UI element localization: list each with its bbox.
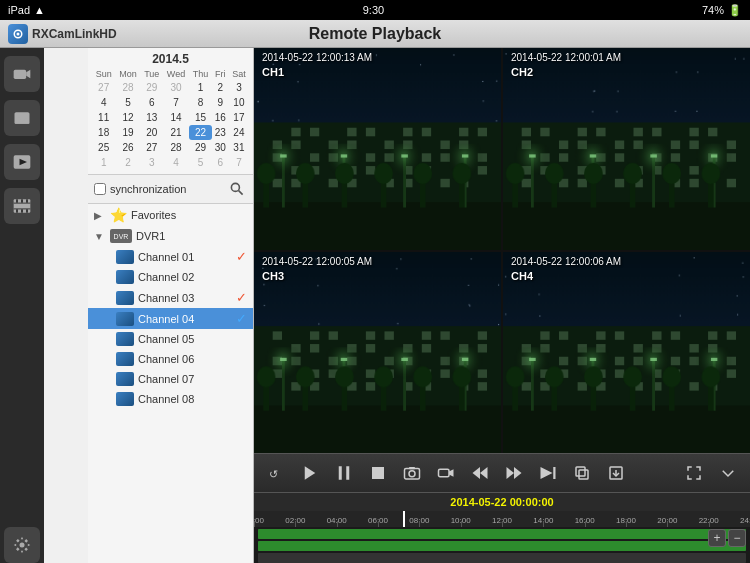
calendar-day[interactable]: 1 bbox=[189, 80, 212, 95]
calendar-day[interactable]: 19 bbox=[115, 125, 140, 140]
calendar-day[interactable]: 26 bbox=[115, 140, 140, 155]
fast-forward-button[interactable] bbox=[500, 459, 528, 487]
copy-button[interactable] bbox=[568, 459, 596, 487]
zoom-out-button[interactable]: − bbox=[728, 529, 746, 547]
calendar-day[interactable]: 31 bbox=[229, 140, 249, 155]
calendar-day[interactable]: 11 bbox=[92, 110, 115, 125]
tree-item-dvr[interactable]: ▼ DVR DVR1 bbox=[88, 226, 253, 246]
stop-button[interactable] bbox=[364, 459, 392, 487]
more-button[interactable] bbox=[714, 459, 742, 487]
channel-label: Channel 06 bbox=[138, 353, 194, 365]
calendar-day[interactable]: 5 bbox=[189, 155, 212, 170]
calendar-day[interactable]: 29 bbox=[189, 140, 212, 155]
calendar-weekday: Sun bbox=[92, 68, 115, 80]
calendar-day[interactable]: 12 bbox=[115, 110, 140, 125]
pause-button[interactable] bbox=[330, 459, 358, 487]
record-button[interactable] bbox=[432, 459, 460, 487]
channel-icon bbox=[116, 352, 134, 366]
calendar-day[interactable]: 5 bbox=[115, 95, 140, 110]
favorites-icon: ⭐ bbox=[110, 207, 127, 223]
skip-back-button[interactable]: ↺ bbox=[262, 459, 290, 487]
tree-item-channel-1[interactable]: Channel 01✓ bbox=[88, 246, 253, 267]
svg-rect-13 bbox=[21, 199, 23, 202]
timeline-track-2[interactable] bbox=[258, 541, 746, 551]
sidebar-icon-settings[interactable] bbox=[4, 527, 40, 563]
sidebar-icon-video2[interactable] bbox=[4, 144, 40, 180]
calendar-day[interactable]: 30 bbox=[212, 140, 229, 155]
video-ch-label-1: CH1 bbox=[262, 66, 284, 78]
battery-icon: 🔋 bbox=[728, 4, 742, 17]
tree-item-channel-3[interactable]: Channel 03✓ bbox=[88, 287, 253, 308]
calendar-day[interactable]: 27 bbox=[92, 80, 115, 95]
calendar-day[interactable]: 3 bbox=[141, 155, 163, 170]
calendar-day[interactable]: 7 bbox=[229, 155, 249, 170]
timeline-track-3[interactable] bbox=[258, 553, 746, 563]
calendar-day[interactable]: 16 bbox=[212, 110, 229, 125]
controls-bar: ↺ bbox=[254, 453, 750, 493]
calendar-day[interactable]: 27 bbox=[141, 140, 163, 155]
tree-item-channel-8[interactable]: Channel 08 bbox=[88, 389, 253, 409]
calendar-weekday: Mon bbox=[115, 68, 140, 80]
calendar-day[interactable]: 18 bbox=[92, 125, 115, 140]
svg-rect-17 bbox=[26, 209, 28, 212]
calendar-day[interactable]: 30 bbox=[163, 80, 189, 95]
calendar-day[interactable]: 13 bbox=[141, 110, 163, 125]
tree-item-channel-7[interactable]: Channel 07 bbox=[88, 369, 253, 389]
tree-item-channel-2[interactable]: Channel 02 bbox=[88, 267, 253, 287]
calendar-day[interactable]: 20 bbox=[141, 125, 163, 140]
timeline-tracks[interactable]: + − bbox=[254, 527, 750, 563]
calendar-body[interactable]: 2728293012345678910111213141516171819202… bbox=[92, 80, 249, 170]
calendar-day[interactable]: 24 bbox=[229, 125, 249, 140]
calendar-day[interactable]: 28 bbox=[115, 80, 140, 95]
calendar-day[interactable]: 10 bbox=[229, 95, 249, 110]
tree-item-channel-6[interactable]: Channel 06 bbox=[88, 349, 253, 369]
tree-item-channel-5[interactable]: Channel 05 bbox=[88, 329, 253, 349]
main-layout: 2014.5 SunMonTueWedThuFriSat 27282930123… bbox=[0, 48, 750, 563]
calendar-day[interactable]: 21 bbox=[163, 125, 189, 140]
svg-point-18 bbox=[20, 543, 25, 548]
calendar-weekday: Wed bbox=[163, 68, 189, 80]
channel-icon bbox=[116, 372, 134, 386]
timeline-track-1[interactable] bbox=[258, 529, 746, 539]
calendar-day[interactable]: 9 bbox=[212, 95, 229, 110]
sidebar-icon-camera[interactable] bbox=[4, 56, 40, 92]
sidebar-icon-photo[interactable] bbox=[4, 100, 40, 136]
calendar-day[interactable]: 22 bbox=[189, 125, 212, 140]
play-button[interactable] bbox=[296, 459, 324, 487]
calendar-day[interactable]: 23 bbox=[212, 125, 229, 140]
video-timestamp-1: 2014-05-22 12:00:13 AM bbox=[262, 52, 372, 63]
calendar-day[interactable]: 1 bbox=[92, 155, 115, 170]
calendar-day[interactable]: 7 bbox=[163, 95, 189, 110]
fullscreen-button[interactable] bbox=[680, 459, 708, 487]
svg-rect-15 bbox=[16, 209, 18, 212]
calendar-day[interactable]: 4 bbox=[92, 95, 115, 110]
calendar-day[interactable]: 6 bbox=[141, 95, 163, 110]
calendar-day[interactable]: 29 bbox=[141, 80, 163, 95]
rewind-button[interactable] bbox=[466, 459, 494, 487]
zoom-in-button[interactable]: + bbox=[708, 529, 726, 547]
snapshot-button[interactable] bbox=[398, 459, 426, 487]
calendar-day[interactable]: 14 bbox=[163, 110, 189, 125]
calendar-day[interactable]: 8 bbox=[189, 95, 212, 110]
calendar-day[interactable]: 2 bbox=[212, 80, 229, 95]
export-button[interactable] bbox=[602, 459, 630, 487]
sidebar-icon-film[interactable] bbox=[4, 188, 40, 224]
sync-checkbox[interactable] bbox=[94, 183, 106, 195]
tree-item-favorites[interactable]: ▶ ⭐ Favorites bbox=[88, 204, 253, 226]
tree-item-channel-4[interactable]: Channel 04✓ bbox=[88, 308, 253, 329]
calendar-day[interactable]: 6 bbox=[212, 155, 229, 170]
calendar-day[interactable]: 28 bbox=[163, 140, 189, 155]
calendar-day[interactable]: 17 bbox=[229, 110, 249, 125]
svg-point-19 bbox=[231, 183, 239, 191]
skip-end-button[interactable] bbox=[534, 459, 562, 487]
svg-point-1 bbox=[17, 32, 20, 35]
channel-list: Channel 01✓Channel 02Channel 03✓Channel … bbox=[88, 246, 253, 409]
calendar-day[interactable]: 15 bbox=[189, 110, 212, 125]
calendar-day[interactable]: 3 bbox=[229, 80, 249, 95]
calendar-day[interactable]: 25 bbox=[92, 140, 115, 155]
search-button[interactable] bbox=[227, 179, 247, 199]
check-mark: ✓ bbox=[236, 290, 247, 305]
calendar-day[interactable]: 2 bbox=[115, 155, 140, 170]
calendar-day[interactable]: 4 bbox=[163, 155, 189, 170]
timeline-ruler[interactable]: 00:0002:0004:0006:0008:0010:0012:0014:00… bbox=[254, 511, 750, 527]
